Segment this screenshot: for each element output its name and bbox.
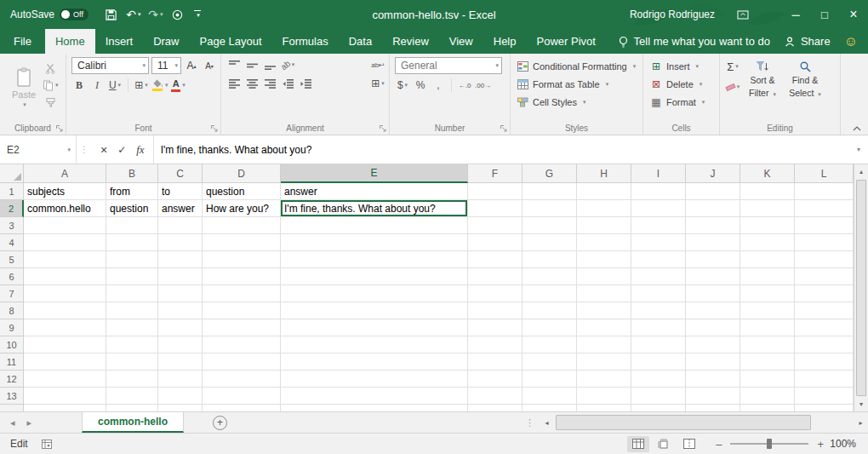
cell-D9[interactable] bbox=[203, 319, 281, 336]
cell-H10[interactable] bbox=[577, 336, 631, 353]
cell-B10[interactable] bbox=[106, 336, 158, 353]
cell-partial[interactable] bbox=[468, 405, 523, 411]
increase-indent-button[interactable] bbox=[298, 76, 313, 91]
cell-L1[interactable] bbox=[795, 183, 854, 200]
cell-L12[interactable] bbox=[795, 371, 854, 388]
tab-home[interactable]: Home bbox=[45, 29, 95, 54]
cell-B4[interactable] bbox=[106, 234, 158, 251]
cell-partial[interactable] bbox=[106, 405, 158, 411]
font-size-select[interactable]: 11 ▾ bbox=[151, 57, 181, 74]
cell-J12[interactable] bbox=[686, 371, 740, 388]
cell-D5[interactable] bbox=[203, 251, 281, 268]
cell-C9[interactable] bbox=[158, 319, 203, 336]
cell-H1[interactable] bbox=[577, 183, 631, 200]
zoom-out-button[interactable]: – bbox=[716, 438, 722, 451]
column-header-H[interactable]: H bbox=[577, 164, 631, 183]
ribbon-display-options-button[interactable] bbox=[728, 0, 757, 29]
cell-A7[interactable] bbox=[24, 285, 106, 302]
cell-partial[interactable] bbox=[281, 405, 468, 411]
cell-D1[interactable]: question bbox=[203, 183, 281, 200]
cell-J7[interactable] bbox=[686, 285, 740, 302]
cell-D10[interactable] bbox=[203, 336, 281, 353]
cell-F12[interactable] bbox=[468, 371, 523, 388]
vertical-scrollbar-thumb[interactable] bbox=[856, 180, 866, 396]
cell-B6[interactable] bbox=[106, 268, 158, 285]
vertical-scrollbar[interactable]: ▴ ▾ bbox=[854, 164, 868, 411]
cell-J10[interactable] bbox=[686, 336, 740, 353]
cell-I4[interactable] bbox=[631, 234, 686, 251]
row-header-9[interactable]: 9 bbox=[0, 319, 24, 336]
column-header-I[interactable]: I bbox=[631, 164, 686, 183]
cell-L3[interactable] bbox=[795, 217, 854, 234]
scroll-right-button[interactable]: ▸ bbox=[854, 412, 868, 433]
cell-E5[interactable] bbox=[281, 251, 468, 268]
comma-style-button[interactable]: , bbox=[431, 78, 446, 93]
cell-G1[interactable] bbox=[523, 183, 577, 200]
increase-decimal-button[interactable]: ←.0 bbox=[457, 78, 472, 93]
cell-G9[interactable] bbox=[523, 319, 577, 336]
tab-review[interactable]: Review bbox=[382, 29, 439, 54]
cell-A8[interactable] bbox=[24, 302, 106, 319]
orientation-button[interactable]: ab▾ bbox=[280, 57, 295, 72]
decrease-indent-button[interactable] bbox=[280, 76, 295, 91]
cell-E7[interactable] bbox=[281, 285, 468, 302]
cell-I11[interactable] bbox=[631, 353, 686, 371]
cell-L11[interactable] bbox=[795, 353, 854, 371]
middle-align-button[interactable] bbox=[244, 57, 260, 72]
cell-J9[interactable] bbox=[686, 319, 740, 336]
cell-K3[interactable] bbox=[740, 217, 795, 234]
cell-L5[interactable] bbox=[795, 251, 854, 268]
cell-C10[interactable] bbox=[158, 336, 203, 353]
format-cells-button[interactable]: ▦ Format ▾ bbox=[648, 93, 716, 111]
row-header-12[interactable]: 12 bbox=[0, 371, 24, 388]
cell-F8[interactable] bbox=[468, 302, 523, 319]
cell-L13[interactable] bbox=[795, 388, 854, 405]
cell-L2[interactable] bbox=[795, 200, 854, 217]
cell-I3[interactable] bbox=[631, 217, 686, 234]
column-header-B[interactable]: B bbox=[106, 164, 158, 183]
cell-K5[interactable] bbox=[740, 251, 795, 268]
cell-B7[interactable] bbox=[106, 285, 158, 302]
tab-file[interactable]: File bbox=[0, 29, 45, 54]
zoom-slider[interactable] bbox=[730, 443, 808, 445]
cell-B12[interactable] bbox=[106, 371, 158, 388]
column-header-A[interactable]: A bbox=[24, 164, 106, 183]
cell-E4[interactable] bbox=[281, 234, 468, 251]
cell-J3[interactable] bbox=[686, 217, 740, 234]
column-header-J[interactable]: J bbox=[686, 164, 740, 183]
cell-F7[interactable] bbox=[468, 285, 523, 302]
cell-E11[interactable] bbox=[281, 353, 468, 371]
cell-partial[interactable] bbox=[523, 405, 577, 411]
horizontal-scrollbar-track[interactable] bbox=[554, 412, 854, 433]
cell-G10[interactable] bbox=[523, 336, 577, 353]
normal-view-button[interactable] bbox=[627, 436, 649, 452]
cell-I10[interactable] bbox=[631, 336, 686, 353]
row-header-8[interactable]: 8 bbox=[0, 302, 24, 319]
cell-B13[interactable] bbox=[106, 388, 158, 405]
alignment-dialog-launcher[interactable] bbox=[380, 125, 386, 132]
column-header-K[interactable]: K bbox=[740, 164, 795, 183]
undo-button[interactable]: ↶▾ bbox=[124, 3, 143, 26]
bottom-align-button[interactable] bbox=[262, 57, 277, 72]
minimize-button[interactable]: ─ bbox=[781, 0, 810, 29]
cell-C2[interactable]: answer bbox=[158, 200, 203, 217]
cell-C7[interactable] bbox=[158, 285, 203, 302]
row-header-4[interactable]: 4 bbox=[0, 234, 24, 251]
cell-K12[interactable] bbox=[740, 371, 795, 388]
name-box[interactable]: E2 ▾ bbox=[0, 135, 77, 164]
cell-G2[interactable] bbox=[523, 200, 577, 217]
decrease-decimal-button[interactable]: .00→ bbox=[475, 78, 491, 93]
cell-E3[interactable] bbox=[281, 217, 468, 234]
cell-E2[interactable]: I'm fine, thanks. What about you? bbox=[281, 200, 468, 217]
cell-I13[interactable] bbox=[631, 388, 686, 405]
cell-H7[interactable] bbox=[577, 285, 631, 302]
cell-L4[interactable] bbox=[795, 234, 854, 251]
formula-input[interactable]: I'm fine, thanks. What about you? bbox=[154, 135, 849, 164]
cell-J2[interactable] bbox=[686, 200, 740, 217]
fill-color-button[interactable]: ▾ bbox=[151, 78, 168, 93]
cell-A1[interactable]: subjects bbox=[24, 183, 106, 200]
tell-me-search[interactable]: Tell me what you want to do bbox=[618, 35, 770, 48]
top-align-button[interactable] bbox=[226, 57, 242, 72]
row-header-partial[interactable] bbox=[0, 405, 24, 411]
select-all-button[interactable] bbox=[0, 164, 24, 183]
